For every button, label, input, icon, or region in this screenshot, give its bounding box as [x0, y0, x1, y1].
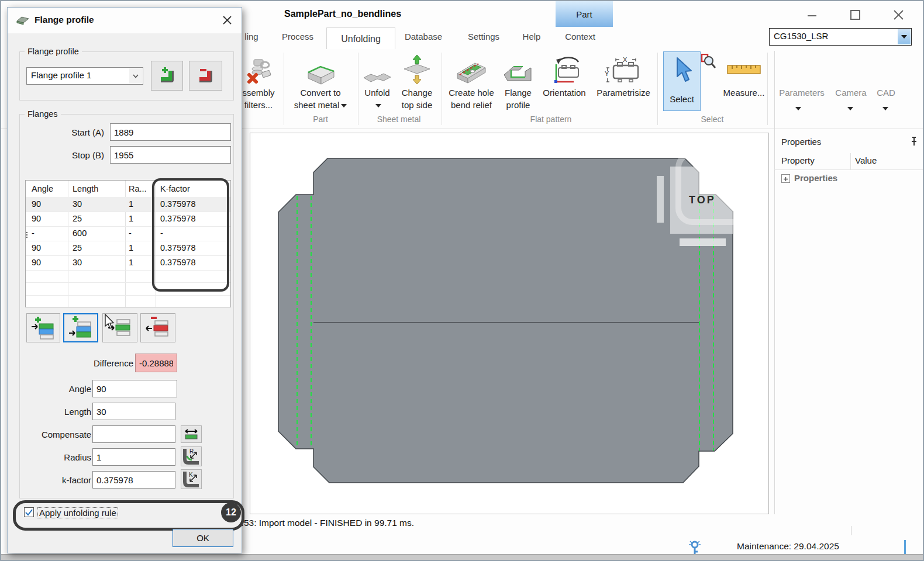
menu-parameters[interactable]: Parameters — [775, 88, 828, 98]
flange-profile-button[interactable]: Flange profile — [500, 53, 536, 111]
parameters-dropdown-icon[interactable] — [795, 103, 801, 113]
kfactor-input[interactable] — [92, 471, 175, 489]
flange-profile-label1: Flange — [500, 86, 536, 99]
insert-flange-before-button[interactable] — [26, 313, 60, 342]
stop-input[interactable] — [110, 146, 231, 164]
convert-to-sheet-metal-button[interactable]: Convert to sheet metal — [288, 53, 353, 111]
table-row[interactable]: 903010.375978 — [26, 255, 230, 271]
flange-profile-group-label: Flange profile — [25, 47, 82, 56]
stop-label: Stop (B) — [49, 150, 104, 160]
tab-database[interactable]: Database — [399, 32, 448, 41]
remove-profile-button[interactable] — [189, 61, 222, 91]
change-top-side-button[interactable]: Change top side — [395, 53, 439, 111]
radius-input[interactable] — [92, 448, 175, 466]
remove-flange-button[interactable] — [140, 313, 175, 342]
radius-label: Radius — [43, 452, 91, 462]
flanges-group-label: Flanges — [25, 109, 61, 119]
remove-profile-icon — [195, 65, 217, 87]
parametrisize-icon: X Y — [593, 53, 654, 86]
start-label: Start (A) — [49, 127, 104, 137]
dialog-titlebar[interactable]: Flange profile — [8, 8, 242, 33]
flange-profile-dialog-icon — [16, 15, 30, 28]
tab-unfolding[interactable]: Unfolding — [326, 27, 395, 50]
svg-text:X: X — [623, 57, 628, 63]
tab-tooling[interactable]: ling — [240, 32, 263, 41]
flange-table[interactable]: Angle Length Ra... K-factor 903010.37597… — [25, 180, 231, 307]
tab-help[interactable]: Help — [517, 32, 546, 41]
col-length[interactable]: Length — [73, 181, 123, 197]
table-row[interactable]: 903010.375978 — [26, 197, 230, 212]
tree-expand-icon[interactable] — [781, 174, 790, 183]
machine-combo[interactable]: CG1530_LSR — [769, 28, 912, 46]
mouse-cursor-icon — [104, 313, 116, 332]
measure-button[interactable]: Measure... — [718, 53, 770, 99]
properties-col-property[interactable]: Property — [781, 155, 815, 165]
table-row[interactable]: 902510.375978 — [26, 241, 230, 256]
flange-table-header[interactable]: Angle Length Ra... K-factor — [26, 181, 230, 198]
properties-tree-item[interactable]: Properties — [794, 173, 837, 183]
col-kfactor[interactable]: K-factor — [160, 181, 228, 197]
radius-pick-button[interactable]: R — [181, 446, 202, 466]
column-divider — [850, 153, 851, 169]
change-top-side-label2: top side — [395, 99, 439, 111]
close-icon — [890, 7, 906, 23]
col-angle[interactable]: Angle — [32, 181, 65, 197]
table-row[interactable]: 902510.375978 — [26, 212, 230, 227]
orientation-button[interactable]: Orientation — [536, 53, 592, 99]
compensate-pick-button[interactable] — [181, 425, 202, 443]
compensate-input[interactable] — [92, 425, 175, 443]
parametrisize-button[interactable]: X Y Parametrisize — [593, 53, 654, 99]
cad-dropdown-icon[interactable] — [882, 103, 888, 113]
chevron-down-icon — [133, 74, 139, 78]
insert-before-icon — [30, 316, 56, 340]
empty-row — [26, 296, 230, 307]
apply-unfolding-rule-checkbox[interactable] — [24, 507, 34, 517]
col-radius[interactable]: Ra... — [129, 181, 153, 197]
combo-dropdown-button[interactable] — [898, 29, 911, 44]
tab-settings[interactable]: Settings — [461, 32, 506, 41]
tab-part[interactable]: Part — [556, 1, 613, 27]
tab-process[interactable]: Process — [275, 32, 320, 41]
maximize-icon — [851, 11, 860, 19]
create-hole-bend-relief-button[interactable]: Create hole bend relief — [444, 53, 498, 111]
close-window-button[interactable] — [890, 7, 906, 23]
table-row[interactable]: -600-- — [26, 226, 230, 241]
viewport-canvas[interactable]: TOP — [250, 133, 769, 514]
kfactor-pick-button[interactable]: K — [181, 469, 202, 489]
ok-button[interactable]: OK — [173, 529, 233, 547]
menu-camera[interactable]: Camera — [832, 88, 870, 98]
profile-combo-dropdown[interactable] — [129, 68, 142, 84]
svg-text:R: R — [189, 448, 194, 455]
add-profile-button[interactable] — [151, 61, 183, 91]
start-input[interactable] — [110, 123, 231, 141]
select-tool-button[interactable]: Select — [663, 51, 701, 111]
pin-icon[interactable] — [909, 136, 919, 149]
menu-cad[interactable]: CAD — [873, 88, 899, 98]
tab-context[interactable]: Context — [557, 32, 604, 41]
flat-pattern-drawing: TOP — [250, 133, 768, 514]
minimize-button[interactable] — [804, 7, 820, 23]
flange-profile-ribbon-icon — [500, 53, 536, 86]
length-label: Length — [43, 407, 91, 417]
properties-col-value[interactable]: Value — [855, 155, 877, 165]
dialog-close-button[interactable] — [222, 15, 233, 28]
apply-unfolding-rule-label[interactable]: Apply unfolding rule — [38, 508, 118, 518]
angle-input[interactable] — [92, 380, 177, 397]
insert-flange-after-button[interactable] — [63, 313, 98, 342]
profile-combo[interactable]: Flange profile 1 — [26, 67, 143, 85]
status-divider — [851, 526, 851, 535]
length-input[interactable] — [92, 403, 175, 420]
camera-dropdown-icon[interactable] — [847, 103, 853, 113]
annotation-step-badge: 12 — [221, 503, 241, 522]
unfold-label: Unfold — [360, 86, 395, 99]
angle-label: Angle — [43, 384, 91, 394]
properties-header: Properties — [781, 137, 821, 147]
zoom-region-icon[interactable] — [701, 54, 716, 72]
select-tool-label: Select — [664, 93, 700, 106]
ribbon-separator — [284, 53, 284, 125]
part-outline — [278, 158, 733, 483]
unfold-button[interactable]: Unfold — [360, 53, 395, 111]
chevron-down-icon — [901, 35, 907, 39]
maximize-button[interactable] — [847, 7, 863, 23]
group-label-sheet-metal: Sheet metal — [373, 115, 425, 124]
